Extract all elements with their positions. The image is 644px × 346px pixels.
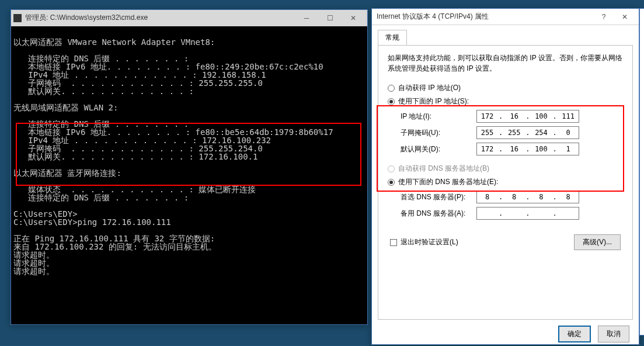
tab-strip: 常规 [372, 25, 639, 45]
dns2-input[interactable]: . . . [476, 207, 579, 220]
cancel-button[interactable]: 取消 [598, 326, 629, 342]
radio-auto-dns: 自动获得 DNS 服务器地址(B) [388, 164, 623, 174]
cmd-line: 默认网关. . . . . . . . . . . . . : 172.16.1… [13, 152, 257, 161]
cmd-line: 以太网适配器 蓝牙网络连接: [13, 168, 121, 178]
props-titlebar[interactable]: Internet 协议版本 4 (TCP/IPv4) 属性 ? ✕ [372, 9, 639, 25]
help-question-icon[interactable]: ? [594, 9, 613, 25]
cmd-prompt: C:\Users\EDY>ping 172.16.100.111 [13, 217, 171, 227]
radio-icon [388, 85, 395, 92]
validate-checkbox[interactable]: 退出时验证设置(L) [390, 237, 458, 247]
radio-auto-ip[interactable]: 自动获得 IP 地址(O) [388, 83, 623, 93]
cmd-line: 以太网适配器 VMware Network Adapter VMnet8: [13, 37, 215, 47]
cmd-line: 连接特定的 DNS 后缀 . . . . . . . : [13, 193, 189, 202]
footer-buttons: 确定 取消 [372, 320, 639, 346]
tab-content: 如果网络支持此功能，则可以获取自动指派的 IP 设置。否则，你需要从网络系统管理… [378, 45, 633, 320]
cmd-icon [13, 14, 22, 22]
ip-input[interactable]: 172. 16. 100. 111 [476, 110, 579, 123]
ipv4-properties-window: Internet 协议版本 4 (TCP/IPv4) 属性 ? ✕ 常规 如果网… [371, 8, 639, 345]
radio-label: 自动获得 DNS 服务器地址(B) [398, 164, 489, 174]
checkbox-label: 退出时验证设置(L) [401, 237, 458, 247]
maximize-button[interactable]: ☐ [318, 10, 342, 26]
cmd-body[interactable]: 以太网适配器 VMware Network Adapter VMnet8: 连接… [11, 26, 367, 324]
advanced-button[interactable]: 高级(V)... [574, 234, 621, 250]
radio-label: 使用下面的 IP 地址(S): [398, 96, 469, 106]
mask-input[interactable]: 255. 255. 254. 0 [476, 126, 579, 139]
cmd-title: 管理员: C:\Windows\system32\cmd.exe [25, 13, 295, 23]
minimize-button[interactable]: ─ [295, 10, 318, 26]
cmd-line: 请求超时。 [13, 267, 54, 276]
checkbox-icon [390, 239, 397, 246]
lbl-gw: 默认网关(D): [401, 144, 476, 154]
cmd-line: 默认网关. . . . . . . . . . . . . : [13, 86, 194, 96]
lbl-dns1: 首选 DNS 服务器(P): [401, 192, 476, 202]
tab-general[interactable]: 常规 [378, 30, 407, 45]
cmd-window: 管理员: C:\Windows\system32\cmd.exe ─ ☐ ✕ 以… [11, 9, 368, 325]
cmd-line: 无线局域网适配器 WLAN 2: [13, 103, 118, 112]
close-button[interactable]: ✕ [342, 10, 365, 26]
radio-icon [388, 179, 395, 186]
radio-use-dns[interactable]: 使用下面的 DNS 服务器地址(E): [388, 177, 623, 187]
lbl-mask: 子网掩码(U): [401, 128, 476, 138]
radio-use-ip[interactable]: 使用下面的 IP 地址(S): [388, 96, 623, 106]
lbl-dns2: 备用 DNS 服务器(A): [401, 209, 476, 219]
partial-window-right [639, 8, 644, 335]
intro-text: 如果网络支持此功能，则可以获取自动指派的 IP 设置。否则，你需要从网络系统管理… [388, 53, 623, 74]
radio-icon [388, 98, 395, 105]
lbl-ip: IP 地址(I): [401, 112, 476, 122]
dns1-input[interactable]: 8. 8. 8. 8 [476, 191, 579, 203]
cmd-titlebar[interactable]: 管理员: C:\Windows\system32\cmd.exe ─ ☐ ✕ [11, 10, 367, 26]
radio-icon [388, 165, 395, 172]
ok-button[interactable]: 确定 [558, 326, 591, 342]
radio-label: 自动获得 IP 地址(O) [398, 83, 461, 93]
close-button[interactable]: ✕ [613, 9, 636, 25]
gw-input[interactable]: 172. 16. 100. 1 [476, 143, 579, 155]
radio-label: 使用下面的 DNS 服务器地址(E): [398, 177, 498, 187]
props-title: Internet 协议版本 4 (TCP/IPv4) 属性 [374, 12, 594, 22]
